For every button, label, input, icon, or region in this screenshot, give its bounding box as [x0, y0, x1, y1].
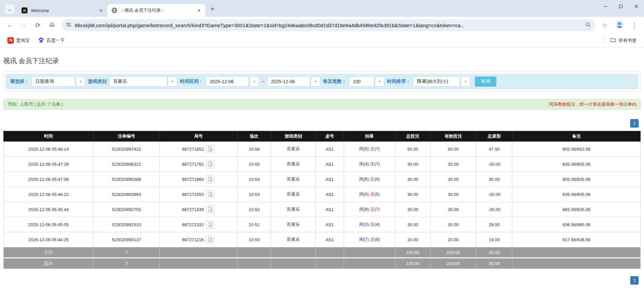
- payout: 30.00: [476, 172, 512, 187]
- video-replay-button[interactable]: [206, 205, 215, 214]
- round-number: 667271550: [182, 192, 204, 197]
- chevron-down-icon[interactable]: ▼: [461, 77, 470, 87]
- banker-result: 庄: [370, 207, 375, 212]
- video-replay-button[interactable]: [206, 175, 215, 184]
- tab-title: :::视讯 会员下注纪录:::: [121, 7, 193, 13]
- round-cell: 667271216: [160, 232, 238, 247]
- query-type-select[interactable]: 日期查询 ▼: [32, 77, 85, 87]
- total-bet-link[interactable]: 50.00: [395, 142, 430, 157]
- footer-count: 7: [93, 247, 159, 258]
- footer-empty: [271, 258, 316, 269]
- game-category-select[interactable]: 百家乐 ▼: [109, 77, 177, 87]
- page-1-button[interactable]: 1: [630, 119, 639, 128]
- search-button[interactable]: 查询: [475, 77, 496, 87]
- zoom-level-icon[interactable]: [585, 22, 591, 29]
- chevron-down-icon[interactable]: ▼: [76, 77, 85, 87]
- forward-icon[interactable]: →: [17, 19, 30, 32]
- time-sort-select[interactable]: 降幂(由大到小) ▼: [413, 77, 470, 87]
- footer-empty: [512, 258, 641, 269]
- bookmark-baidu[interactable]: du 百度一下: [35, 36, 67, 46]
- banker-result: 庄: [370, 192, 375, 197]
- browser-toolbar: ← → ⟳ 66cxkj98.com/ipl/portal.php/game/b…: [0, 17, 644, 34]
- chevron-down-icon[interactable]: ▼: [250, 77, 259, 87]
- tab-close-icon[interactable]: ✕: [196, 7, 202, 13]
- video-replay-button[interactable]: [206, 236, 215, 244]
- payout: -30.00: [476, 187, 512, 202]
- site-info-icon[interactable]: [66, 22, 71, 29]
- column-header: 备注: [512, 131, 641, 142]
- player-result: 闲: [359, 222, 363, 227]
- all-bookmarks-button[interactable]: 所有书签: [607, 36, 639, 45]
- range-separator: ~: [262, 79, 264, 84]
- round-number: 667271852: [182, 147, 204, 152]
- video-replay-button[interactable]: [206, 160, 215, 168]
- result-cell: 闲(9) 庄(7): [344, 202, 395, 217]
- date-to-select[interactable]: 2025-12-06 ▼: [267, 77, 320, 87]
- round-cell: 667271550: [160, 187, 238, 202]
- filter-bar: 请选择： 日期查询 ▼ 游戏类别 百家乐 ▼ 时间区间： 2025-12-06 …: [6, 74, 638, 89]
- bookmark-label: 百度一下: [47, 38, 65, 44]
- payout: 19.00: [476, 232, 512, 247]
- footer-total-bet: 220.00: [395, 258, 430, 269]
- back-icon[interactable]: ←: [3, 19, 16, 32]
- banker-result: 庄: [370, 237, 375, 242]
- tab-search-chevron-icon[interactable]: ⌄: [5, 4, 15, 14]
- tab-welcome[interactable]: Welcome ✕: [17, 4, 107, 17]
- window-close-icon[interactable]: [629, 0, 644, 13]
- payout: -30.00: [476, 157, 512, 172]
- baidu-paw-icon: du: [38, 37, 44, 44]
- valid-bet: 30.00: [430, 157, 476, 172]
- video-replay-button[interactable]: [206, 220, 215, 229]
- new-tab-button[interactable]: +: [207, 4, 217, 14]
- chrome-menu-icon[interactable]: ⋮: [628, 19, 641, 32]
- subtotal-row: 小计7220.00220.0035.00: [4, 247, 641, 258]
- bookmark-star-icon[interactable]: ☆: [598, 19, 611, 32]
- tab-betrecord[interactable]: :::视讯 会员下注纪录::: ✕: [107, 4, 205, 17]
- player-result: 闲: [359, 192, 363, 197]
- video-replay-icon: [208, 192, 213, 197]
- round-number: 667271216: [182, 237, 204, 242]
- footer-empty: [237, 247, 271, 258]
- folder-icon: [610, 37, 616, 44]
- url-text[interactable]: 66cxkj98.com/ipl/portal.php/game/betreco…: [75, 22, 582, 28]
- total-bet-link[interactable]: 30.00: [395, 187, 430, 202]
- column-header: 结果: [344, 131, 395, 142]
- bet-time: 2025-12-06 05:44:25: [4, 232, 94, 247]
- table-number: AS1: [316, 232, 344, 247]
- total-bet-link[interactable]: 30.00: [395, 202, 430, 217]
- query-type-value: 日期查询: [32, 77, 75, 87]
- chevron-down-icon[interactable]: ▼: [311, 77, 320, 87]
- session-number: 10-55: [237, 157, 271, 172]
- maximize-icon[interactable]: [613, 0, 629, 13]
- total-bet-link[interactable]: 30.00: [395, 172, 430, 187]
- video-replay-icon: [208, 146, 213, 152]
- footer-valid-bet: 220.00: [430, 247, 476, 258]
- per-page-select[interactable]: 100 ▼: [349, 77, 384, 87]
- payout: 28.50: [476, 217, 512, 232]
- bookmark-taobao[interactable]: 淘 爱淘宝: [5, 36, 33, 45]
- pagination-bottom: 1: [3, 276, 639, 285]
- footer-count: 7: [93, 258, 159, 269]
- profile-avatar[interactable]: [613, 19, 626, 32]
- reload-icon[interactable]: ⟳: [32, 19, 44, 32]
- video-replay-button[interactable]: [206, 145, 215, 153]
- video-replay-button[interactable]: [206, 190, 215, 199]
- minimize-icon[interactable]: [598, 0, 613, 13]
- tab-title: Welcome: [31, 8, 95, 13]
- tab-close-icon[interactable]: ✕: [98, 7, 104, 13]
- footer-label: 小计: [4, 247, 94, 258]
- total-bet-link[interactable]: 30.00: [395, 217, 430, 232]
- total-bet-link[interactable]: 20.00: [395, 232, 430, 247]
- window-controls: [598, 0, 644, 13]
- toolbar-right: ☆ ⋮: [598, 19, 641, 32]
- result-cell: 闲(5) 庄(7): [344, 142, 395, 157]
- url-bar[interactable]: 66cxkj98.com/ipl/portal.php/game/betreco…: [62, 19, 595, 31]
- total-bet-link[interactable]: 30.00: [395, 157, 430, 172]
- round-number: 667271439: [182, 207, 204, 212]
- chevron-down-icon[interactable]: ▼: [168, 77, 177, 87]
- home-icon[interactable]: [46, 19, 58, 32]
- bet-time: 2025-12-06 05:45:05: [4, 217, 94, 232]
- chevron-down-icon[interactable]: ▼: [375, 77, 384, 87]
- date-from-select[interactable]: 2025-12-06 ▼: [206, 77, 259, 87]
- page-1-button[interactable]: 1: [630, 276, 639, 285]
